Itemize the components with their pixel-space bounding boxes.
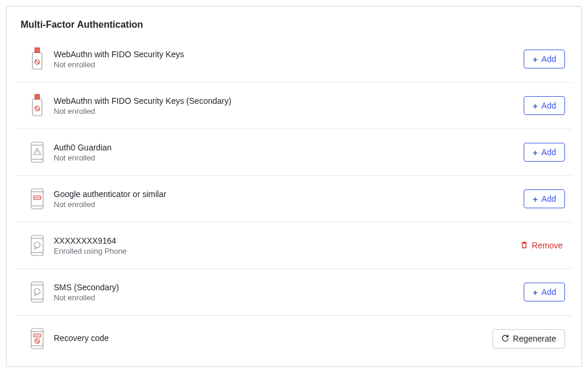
svg-rect-0	[32, 53, 42, 69]
add-button[interactable]: + Add	[524, 283, 565, 301]
sms-phone-icon	[23, 233, 51, 258]
add-button[interactable]: + Add	[524, 50, 565, 68]
row-title: WebAuthn with FIDO Security Keys	[54, 50, 524, 59]
row-subtitle: Not enrolled	[54, 107, 524, 116]
mfa-row-sms-secondary: SMS (Secondary) Not enrolled + Add	[16, 269, 572, 316]
security-key-icon	[23, 93, 51, 118]
mfa-row-phone-enrolled: XXXXXXXX9164 Enrolled using Phone Remove	[16, 222, 572, 269]
refresh-icon	[501, 334, 509, 344]
mfa-row-webauthn-secondary: WebAuthn with FIDO Security Keys (Second…	[16, 83, 572, 129]
row-body: Recovery code	[51, 333, 492, 344]
plus-icon: +	[533, 101, 538, 110]
svg-rect-4	[32, 99, 42, 116]
add-label: Add	[541, 101, 556, 110]
row-title: Recovery code	[54, 333, 492, 343]
row-title: Auth0 Guardian	[54, 143, 524, 152]
guardian-phone-icon	[23, 140, 51, 165]
row-subtitle: Not enrolled	[54, 293, 524, 302]
mfa-row-google-auth: Google authenticator or similar Not enro…	[16, 176, 572, 222]
trash-icon	[520, 241, 528, 251]
regenerate-button[interactable]: Regenerate	[492, 329, 565, 349]
svg-point-17	[37, 197, 38, 198]
row-title: Google authenticator or similar	[54, 189, 524, 199]
add-button[interactable]: + Add	[524, 143, 565, 162]
svg-point-16	[35, 197, 36, 198]
mfa-row-guardian: Auth0 Guardian Not enrolled + Add	[16, 129, 572, 176]
svg-rect-1	[35, 48, 40, 53]
row-body: WebAuthn with FIDO Security Keys Not enr…	[51, 50, 524, 69]
authenticator-phone-icon	[23, 186, 51, 211]
panel-title: Multi-Factor Authentication	[6, 6, 582, 36]
row-body: Auth0 Guardian Not enrolled	[51, 143, 524, 162]
add-label: Add	[541, 54, 556, 64]
plus-icon: +	[533, 288, 538, 297]
add-label: Add	[541, 287, 556, 297]
row-body: WebAuthn with FIDO Security Keys (Second…	[51, 96, 524, 116]
remove-label: Remove	[532, 241, 563, 250]
plus-icon: +	[533, 195, 538, 204]
svg-rect-5	[35, 94, 40, 99]
recovery-code-icon	[23, 326, 51, 351]
add-button[interactable]: + Add	[524, 96, 565, 115]
row-body: XXXXXXXX9164 Enrolled using Phone	[51, 236, 518, 255]
svg-point-32	[37, 335, 38, 336]
row-subtitle: Not enrolled	[54, 153, 524, 162]
regenerate-label: Regenerate	[513, 334, 556, 343]
row-subtitle: Not enrolled	[54, 200, 524, 209]
row-title: XXXXXXXX9164	[54, 236, 518, 245]
svg-point-18	[38, 197, 40, 198]
row-title: WebAuthn with FIDO Security Keys (Second…	[54, 96, 524, 106]
mfa-panel: Multi-Factor Authentication WebAuthn wit…	[6, 6, 582, 367]
plus-icon: +	[533, 148, 538, 157]
add-button[interactable]: + Add	[524, 189, 565, 208]
row-body: SMS (Secondary) Not enrolled	[51, 283, 524, 302]
row-title: SMS (Secondary)	[54, 283, 524, 292]
svg-point-33	[38, 335, 40, 336]
remove-button[interactable]: Remove	[518, 237, 565, 255]
add-label: Add	[541, 147, 556, 157]
sms-phone-icon	[23, 280, 51, 304]
row-subtitle: Enrolled using Phone	[54, 247, 518, 255]
mfa-row-recovery: Recovery code Regenerate	[16, 316, 572, 362]
plus-icon: +	[533, 55, 538, 64]
row-body: Google authenticator or similar Not enro…	[51, 189, 524, 209]
svg-point-31	[35, 335, 36, 336]
row-subtitle: Not enrolled	[54, 60, 524, 69]
security-key-icon	[23, 47, 51, 71]
mfa-row-webauthn: WebAuthn with FIDO Security Keys Not enr…	[16, 36, 572, 83]
add-label: Add	[541, 194, 556, 204]
